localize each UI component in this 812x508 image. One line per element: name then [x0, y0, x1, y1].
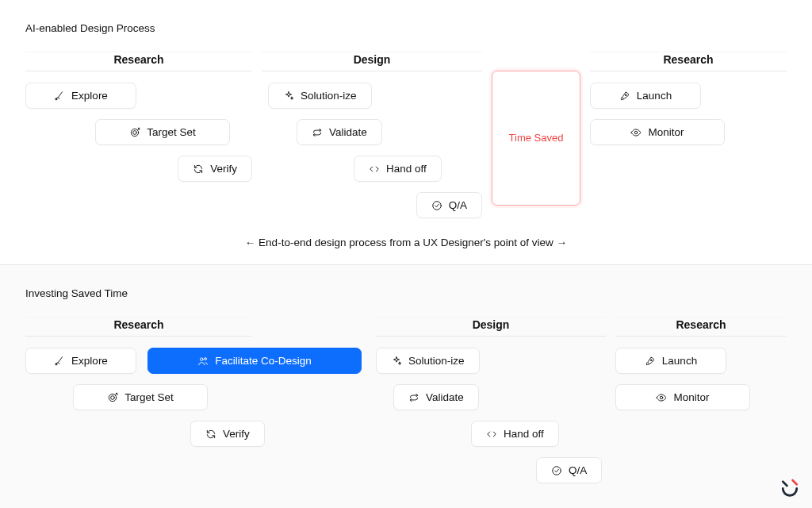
pill-monitor-b[interactable]: Monitor	[615, 384, 750, 410]
lane-research-bottom-2: Research Launch Monitor	[615, 317, 787, 421]
pill-explore-b-label: Explore	[71, 355, 108, 367]
lane-design-top: Design Solution-ize Validate	[262, 52, 482, 229]
time-saved-box: Time Saved	[492, 71, 580, 206]
section-title-ai: AI-enabled Design Process	[25, 22, 787, 34]
pill-target-set[interactable]: Target Set	[95, 119, 230, 145]
pill-launch-label: Launch	[637, 90, 672, 102]
time-saved-label: Time Saved	[509, 131, 564, 145]
lane-header-design-bottom: Design	[376, 317, 606, 337]
svg-point-11	[553, 466, 561, 475]
target-icon	[107, 392, 118, 403]
lane-design-bottom: Design Solution-ize Validate	[376, 317, 606, 494]
sync-icon	[312, 127, 323, 138]
pill-qa-b-label: Q/A	[569, 464, 587, 476]
users-icon	[197, 356, 209, 367]
pill-handoff-b-label: Hand off	[504, 428, 544, 440]
pill-qa[interactable]: Q/A	[416, 192, 482, 218]
pill-explore-label: Explore	[71, 90, 108, 102]
svg-point-10	[111, 395, 115, 399]
telescope-icon	[54, 90, 65, 102]
pill-solutionize-label: Solution-ize	[301, 90, 357, 102]
check-circle-icon	[551, 465, 562, 476]
eye-icon	[656, 392, 667, 403]
sync-icon	[408, 392, 419, 403]
process-caption: ← End-to-end design process from a UX De…	[25, 229, 787, 248]
pill-launch-b[interactable]: Launch	[615, 348, 726, 374]
sparkles-icon	[283, 90, 294, 102]
pill-explore-b[interactable]: Explore	[25, 348, 136, 374]
section-title-investing: Investing Saved Time	[25, 287, 787, 299]
telescope-icon	[54, 356, 65, 367]
pill-qa-b[interactable]: Q/A	[536, 457, 602, 483]
pill-monitor[interactable]: Monitor	[590, 119, 725, 145]
lane-time-saved: Time Saved	[492, 52, 580, 206]
refresh-icon	[205, 429, 216, 440]
lanes-bottom: Research Explore Facilitate Co-Design	[25, 317, 787, 494]
svg-point-2	[133, 130, 137, 134]
pill-target-set-b-label: Target Set	[124, 391, 174, 403]
lane-research-top-2: Research Launch Monitor	[590, 52, 787, 156]
svg-point-8	[205, 357, 207, 360]
pill-validate-b-label: Validate	[426, 391, 464, 403]
pill-validate[interactable]: Validate	[297, 119, 382, 145]
pill-verify-label: Verify	[210, 163, 237, 175]
brand-logo	[779, 475, 801, 500]
lane-research-top-1: Research Explore Target Set	[25, 52, 252, 192]
sparkles-icon	[391, 356, 402, 367]
rocket-icon	[645, 356, 656, 367]
svg-point-13	[661, 396, 664, 399]
pill-verify-b-label: Verify	[223, 428, 250, 440]
svg-point-5	[635, 131, 638, 134]
lane-header-research-top-2: Research	[590, 52, 787, 71]
pill-verify-b[interactable]: Verify	[190, 421, 265, 447]
rocket-icon	[619, 90, 630, 102]
lane-header-research-1: Research	[25, 52, 252, 71]
svg-point-0	[56, 98, 57, 100]
pill-monitor-label: Monitor	[648, 126, 684, 138]
pill-handoff-label: Hand off	[386, 163, 427, 175]
section-investing: Investing Saved Time Research Explore Fa…	[0, 265, 812, 508]
pill-target-set-b[interactable]: Target Set	[73, 384, 208, 410]
pill-facilitate-label: Facilitate Co-Design	[215, 355, 312, 367]
pill-handoff[interactable]: Hand off	[354, 156, 442, 182]
eye-icon	[630, 127, 642, 138]
pill-facilitate[interactable]: Facilitate Co-Design	[147, 348, 362, 374]
lane-research-bottom-1: Research Explore Facilitate Co-Design	[25, 317, 366, 457]
svg-point-12	[650, 359, 652, 360]
svg-point-7	[201, 357, 204, 360]
lane-header-design-top: Design	[262, 52, 482, 71]
svg-point-6	[56, 364, 57, 365]
svg-point-3	[432, 201, 441, 210]
pill-solutionize-b-label: Solution-ize	[408, 355, 465, 367]
pill-verify[interactable]: Verify	[178, 156, 252, 182]
pill-solutionize[interactable]: Solution-ize	[268, 83, 372, 109]
pill-launch[interactable]: Launch	[590, 83, 701, 109]
pill-explore[interactable]: Explore	[25, 83, 136, 109]
code-icon	[486, 429, 497, 440]
pill-handoff-b[interactable]: Hand off	[471, 421, 559, 447]
check-circle-icon	[431, 200, 442, 211]
lane-header-research-bottom-2: Research	[615, 317, 787, 337]
pill-target-set-label: Target Set	[147, 126, 196, 138]
pill-monitor-b-label: Monitor	[673, 391, 709, 403]
section-ai-enabled: AI-enabled Design Process Research Explo…	[0, 0, 812, 264]
code-icon	[369, 164, 380, 175]
pill-launch-b-label: Launch	[662, 355, 697, 367]
refresh-icon	[193, 164, 204, 175]
svg-point-4	[625, 94, 626, 95]
pill-qa-label: Q/A	[449, 199, 467, 211]
lanes-top: Research Explore Target Set	[25, 52, 787, 229]
pill-solutionize-b[interactable]: Solution-ize	[376, 348, 480, 374]
target-icon	[129, 127, 140, 138]
pill-validate-label: Validate	[329, 126, 367, 138]
lane-header-research-bottom-1: Research	[25, 317, 252, 337]
pill-validate-b[interactable]: Validate	[393, 384, 479, 410]
